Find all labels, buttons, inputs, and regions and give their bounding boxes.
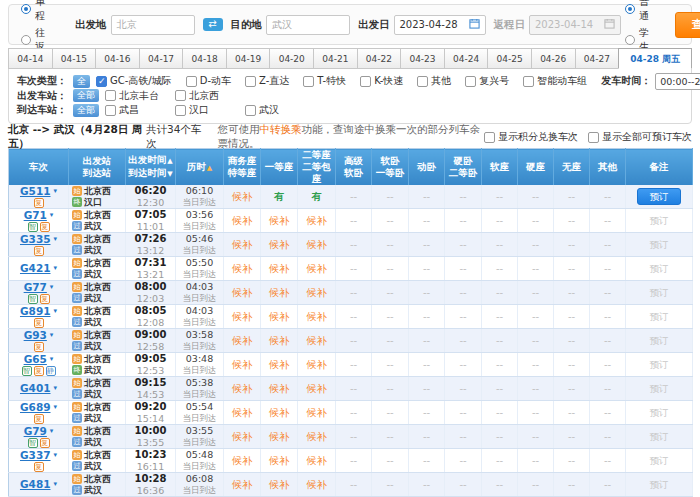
train-number[interactable]: G689▾ (9, 402, 68, 413)
train-link[interactable]: G511 (20, 186, 51, 197)
train-link[interactable]: G689 (20, 402, 51, 413)
date-tab[interactable]: 04-16 (95, 48, 139, 69)
seat-cell: -- (482, 425, 518, 449)
train-number[interactable]: G77▾ (9, 282, 68, 293)
date-tab[interactable]: 04-20 (269, 48, 313, 69)
column-header[interactable]: 出发时间▲到达时间▼ (126, 149, 176, 186)
column-header[interactable]: 软座 (482, 149, 518, 186)
filter-option[interactable]: 智能动车组 (523, 74, 587, 88)
column-header[interactable]: 软卧一等卧 (372, 149, 409, 186)
column-header[interactable]: 二等座二等包座 (298, 149, 336, 186)
train-link[interactable]: G71 (24, 210, 47, 221)
to-station-input[interactable]: 武汉 (266, 15, 350, 35)
train-number[interactable]: G93▾ (9, 330, 68, 341)
column-header[interactable]: 动卧 (409, 149, 445, 186)
train-type-all-badge[interactable]: 全部 (73, 75, 90, 88)
date-tab[interactable]: 04-24 (444, 48, 488, 69)
station-type-icon: 过 (72, 485, 82, 495)
transfer-link[interactable]: 中转换乘 (260, 123, 302, 135)
date-tab[interactable]: 04-26 (531, 48, 575, 69)
sort-arrow-icon[interactable]: ▼ (167, 170, 172, 178)
station-name: 北京西 (84, 258, 111, 269)
filter-option[interactable]: Z-直达 (245, 74, 289, 88)
train-link[interactable]: G421 (20, 263, 51, 274)
from-station-input[interactable]: 北京 (111, 15, 195, 35)
train-link[interactable]: G337 (20, 450, 51, 461)
stations-cell: 始北京西终武汉 (69, 353, 126, 377)
train-link[interactable]: G65 (24, 354, 47, 365)
date-tab-selected[interactable]: 04-28 周五 (618, 48, 692, 69)
column-header[interactable]: 硬座 (518, 149, 554, 186)
seat-status: -- (459, 431, 466, 442)
filter-option[interactable]: D-动车 (186, 74, 231, 88)
filter-option[interactable]: K-快速 (360, 74, 403, 88)
filter-option[interactable]: 武昌 (105, 103, 175, 117)
column-header[interactable]: 商务座特等座 (224, 149, 261, 186)
column-header[interactable]: 无座 (554, 149, 590, 186)
train-number[interactable]: G65▾ (9, 354, 68, 365)
column-header[interactable]: 硬卧二等卧 (445, 149, 482, 186)
radio-one-way[interactable]: 单程 (21, 0, 45, 23)
filter-option[interactable]: 北京西 (175, 89, 245, 103)
filter-option[interactable]: 武汉 (245, 103, 315, 117)
filter-option[interactable]: T-特快 (303, 74, 346, 88)
train-link[interactable]: G77 (24, 282, 47, 293)
train-link[interactable]: G335 (20, 234, 51, 245)
date-tab[interactable]: 04-18 (182, 48, 226, 69)
train-link[interactable]: G481 (20, 479, 51, 490)
seat-cell: -- (372, 377, 409, 401)
seat-status: -- (350, 335, 357, 346)
train-number[interactable]: G335▾ (9, 234, 68, 245)
calendar-icon[interactable] (469, 18, 480, 31)
swap-stations-icon[interactable]: ⇄ (203, 18, 223, 31)
arrive-station-all-badge[interactable]: 全部 (73, 104, 99, 117)
date-tab[interactable]: 04-19 (226, 48, 270, 69)
column-header[interactable]: 一等座 (261, 149, 298, 186)
date-tab[interactable]: 04-22 (357, 48, 401, 69)
column-header[interactable]: 高级软卧 (336, 149, 372, 186)
date-tab[interactable]: 04-14 (8, 48, 52, 69)
train-number[interactable]: G891▾ (9, 306, 68, 317)
train-link[interactable]: G79 (24, 426, 47, 437)
query-button[interactable]: 查询 (675, 12, 700, 38)
filter-option[interactable]: GC-高铁/城际 (96, 74, 172, 88)
column-header[interactable]: 历时▲ (176, 149, 224, 186)
date-tab[interactable]: 04-23 (400, 48, 444, 69)
depart-station-label: 出发车站： (17, 89, 67, 103)
checkbox (523, 76, 534, 87)
train-link[interactable]: G891 (20, 306, 51, 317)
column-header[interactable]: 备注 (626, 149, 693, 186)
date-tab[interactable]: 04-21 (313, 48, 357, 69)
filter-option[interactable]: 汉口 (175, 103, 245, 117)
toggle-points-trains[interactable]: 显示积分兑换车次 (484, 130, 578, 144)
filter-option[interactable]: 北京丰台 (105, 89, 175, 103)
column-header[interactable]: 其他 (590, 149, 626, 186)
date-tab[interactable]: 04-17 (139, 48, 183, 69)
sort-arrow-icon[interactable]: ▲ (207, 164, 212, 172)
train-number[interactable]: G401▾ (9, 383, 68, 394)
filter-option[interactable]: 其他 (417, 74, 451, 88)
depart-station-all-badge[interactable]: 全部 (73, 89, 99, 102)
radio-ordinary[interactable]: 普通 (625, 0, 655, 23)
depart-time: 09:20 (126, 401, 175, 412)
train-number[interactable]: G421▾ (9, 263, 68, 274)
sort-arrow-icon[interactable]: ▲ (167, 157, 172, 165)
date-tab[interactable]: 04-25 (487, 48, 531, 69)
toggle-bookable-trains[interactable]: 显示全部可预订车次 (588, 130, 692, 144)
train-number[interactable]: G71▾ (9, 210, 68, 221)
train-number[interactable]: G79▾ (9, 426, 68, 437)
date-tab[interactable]: 04-15 (52, 48, 96, 69)
book-button[interactable]: 预订 (637, 188, 681, 205)
depart-date-input[interactable]: 2023-04-28 (394, 15, 486, 35)
date-tab[interactable]: 04-27 (575, 48, 619, 69)
train-number[interactable]: G481▾ (9, 479, 68, 490)
column-header[interactable]: 车次 (9, 149, 69, 186)
filter-option[interactable]: 复兴号 (465, 74, 509, 88)
train-link[interactable]: G93 (24, 330, 47, 341)
train-link[interactable]: G401 (20, 383, 51, 394)
times-cell: 07:2613:12 (126, 233, 176, 257)
depart-time-select[interactable]: 00:00--24:00 ▾ (655, 73, 700, 90)
train-number[interactable]: G511▾ (9, 186, 68, 197)
train-number[interactable]: G337▾ (9, 450, 68, 461)
column-header[interactable]: 出发站到达站 (69, 149, 126, 186)
